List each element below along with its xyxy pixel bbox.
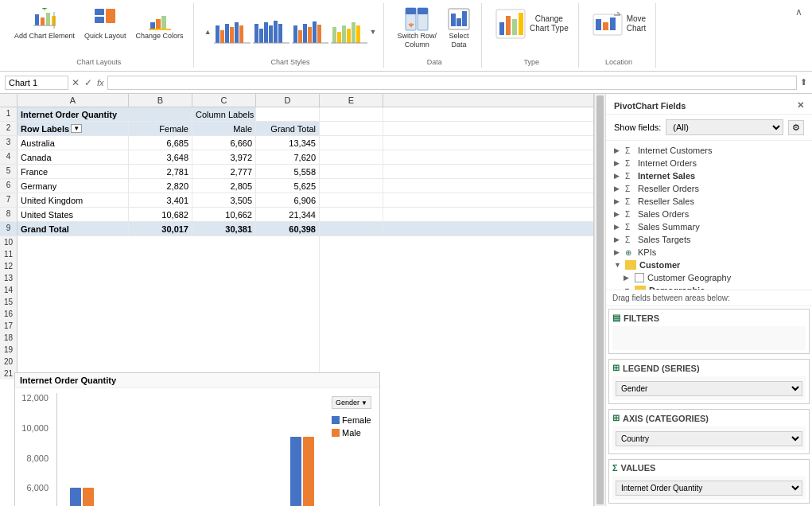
cell-e3 — [320, 136, 383, 150]
field-item-kpis[interactable]: ▶ ⊕ KPIs — [606, 246, 812, 259]
values-icon: Σ — [612, 463, 618, 473]
legend-female: Female — [332, 415, 371, 425]
row-num-8: 8 — [0, 208, 17, 221]
legend-dropdown-arrow: ▼ — [361, 399, 367, 407]
chart-style-3-selected[interactable] — [292, 18, 328, 46]
chart-style-4[interactable] — [331, 18, 367, 46]
scroll-thumb[interactable] — [596, 95, 604, 504]
cell-d5: 5,558 — [256, 165, 320, 178]
chart-styles-scroll-up[interactable]: ▲ — [204, 27, 212, 37]
data-group-label: Data — [427, 56, 442, 66]
svg-rect-56 — [596, 19, 601, 30]
pivot-chart[interactable]: Internet Order Quantity 12,000 10,000 8,… — [14, 372, 380, 506]
change-chart-type-button[interactable]: ChangeChart Type — [491, 5, 572, 43]
svg-rect-47 — [451, 14, 456, 26]
field-item-sales-summary[interactable]: ▶ Σ Sales Summary — [606, 220, 812, 233]
chart-style-1[interactable] — [214, 18, 251, 46]
legend-male: Male — [332, 428, 371, 438]
axis-categories-label: AXIS (CATEGORIES) — [623, 414, 709, 423]
move-chart-button[interactable]: MoveChart — [589, 5, 649, 43]
legend-gender-dropdown[interactable]: Gender ▼ — [332, 396, 371, 409]
formula-input[interactable] — [107, 76, 797, 90]
cell-empty-11 — [17, 248, 320, 260]
change-colors-button[interactable]: Change Colors — [133, 5, 187, 42]
field-item-reseller-orders[interactable]: ▶ Σ Reseller Orders — [606, 182, 812, 195]
row-num-header — [0, 94, 17, 107]
expand-arrow-rs: ▶ — [614, 197, 622, 205]
svg-rect-37 — [342, 25, 346, 43]
cell-empty-16 — [17, 308, 320, 320]
legend-male-color — [332, 429, 340, 437]
formula-function-icon[interactable]: fx — [97, 77, 104, 88]
cell-d3: 13,345 — [256, 136, 320, 150]
type-group: ChangeChart Type Type — [485, 3, 579, 68]
values-label: VALUES — [621, 463, 656, 473]
field-item-demographic[interactable]: ▼ Demographic — [616, 284, 812, 290]
field-item-sales-orders[interactable]: ▶ Σ Sales Orders — [606, 208, 812, 220]
formula-icons: ✕ ✓ fx — [72, 77, 104, 88]
cell-b2: Female — [129, 122, 192, 135]
svg-rect-12 — [161, 16, 166, 29]
sigma-icon-ro: Σ — [625, 185, 635, 193]
table-row: 1 Internet Order Quantity Column Labels … — [0, 107, 593, 122]
cell-empty-13 — [17, 272, 320, 284]
chart-bars-area — [56, 393, 324, 506]
formula-bar-collapse[interactable]: ⬆ — [800, 77, 807, 88]
cell-d9: 60,398 — [256, 222, 320, 235]
pivot-close-icon[interactable]: ✕ — [797, 100, 804, 111]
spreadsheet-scrollbar[interactable] — [594, 94, 605, 506]
field-item-internet-sales[interactable]: ▶ Σ Internet Sales — [606, 169, 812, 182]
gear-button[interactable]: ⚙ — [788, 120, 804, 135]
cell-e2 — [320, 122, 383, 135]
add-chart-element-button[interactable]: + Add Chart Element — [11, 5, 78, 42]
axis-categories-dropdown[interactable]: Country — [616, 431, 802, 446]
formula-confirm-icon[interactable]: ✓ — [84, 77, 92, 88]
values-dropdown[interactable]: Internet Order Quantity — [616, 481, 802, 496]
field-item-reseller-sales[interactable]: ▶ Σ Reseller Sales — [606, 195, 812, 208]
fields-dropdown[interactable]: (All) — [666, 119, 783, 135]
svg-rect-39 — [352, 22, 355, 43]
name-box[interactable]: Chart 1 — [5, 76, 68, 90]
field-item-customer[interactable]: ▼ Customer — [606, 259, 812, 271]
row-num-3: 3 — [0, 136, 17, 150]
bar-australia-female — [70, 488, 81, 506]
checkbox-customer-geography[interactable] — [635, 273, 644, 282]
select-data-label: SelectData — [449, 32, 468, 49]
ribbon-collapse-button[interactable]: ∧ — [791, 5, 807, 19]
bar-us-female — [290, 437, 301, 506]
chart-style-2[interactable] — [253, 18, 289, 46]
chart-styles-group: ▲ — [197, 3, 385, 68]
table-row: 8 United States 10,682 10,662 21,344 — [0, 208, 593, 222]
pivot-panel-header: PivotChart Fields ✕ — [606, 94, 812, 115]
svg-text:+: + — [42, 8, 47, 13]
svg-rect-48 — [457, 18, 461, 26]
cell-c3: 6,660 — [192, 136, 256, 150]
select-data-button[interactable]: SelectData — [443, 5, 475, 51]
svg-rect-2 — [46, 13, 50, 25]
field-item-internet-orders[interactable]: ▶ Σ Internet Orders — [606, 157, 812, 169]
cell-empty-17 — [17, 320, 320, 332]
filters-label: FILTERS — [624, 313, 659, 323]
cell-b3: 6,685 — [129, 136, 192, 150]
svg-rect-22 — [259, 29, 263, 43]
legend-series-dropdown[interactable]: Gender — [616, 381, 802, 396]
axis-categories-icon: ⊞ — [612, 413, 620, 423]
field-item-internet-customers[interactable]: ▶ Σ Internet Customers — [606, 144, 812, 157]
field-item-sales-targets[interactable]: ▶ Σ Sales Targets — [606, 233, 812, 246]
y-label-4: 6,000 — [26, 483, 49, 492]
switch-row-column-button[interactable]: Switch Row/Column — [394, 5, 440, 51]
cell-e9 — [320, 222, 383, 235]
table-row: 6 Germany 2,820 2,805 5,625 — [0, 179, 593, 193]
svg-rect-49 — [462, 11, 467, 26]
cell-c8: 10,662 — [192, 208, 256, 221]
sigma-icon-ic: Σ — [625, 146, 635, 155]
field-item-customer-geography[interactable]: ▶ Customer Geography — [616, 271, 812, 284]
chart-styles-scroll-down[interactable]: ▼ — [369, 27, 378, 37]
formula-cancel-icon[interactable]: ✕ — [72, 77, 80, 88]
row-labels-filter[interactable]: ▼ — [71, 124, 82, 133]
quick-layout-button[interactable]: Quick Layout — [81, 5, 130, 42]
kpi-icon: ⊕ — [625, 248, 635, 257]
svg-rect-0 — [35, 14, 39, 25]
legend-female-label: Female — [342, 415, 371, 425]
row-num-10: 10 — [0, 236, 17, 248]
